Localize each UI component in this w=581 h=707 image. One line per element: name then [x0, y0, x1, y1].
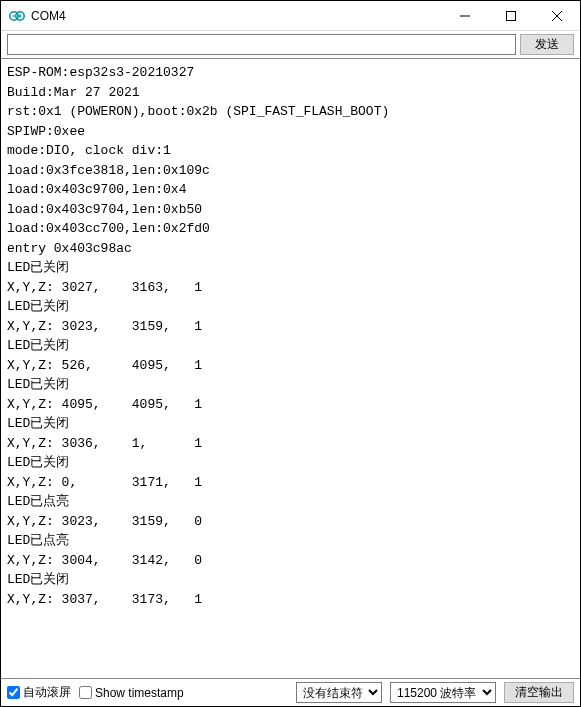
window-controls	[442, 1, 580, 30]
arduino-icon	[9, 8, 25, 24]
send-toolbar: 发送	[1, 31, 580, 59]
maximize-button[interactable]	[488, 1, 534, 30]
baud-rate-select[interactable]: 115200 波特率	[390, 682, 496, 703]
line-ending-select[interactable]: 没有结束符	[296, 682, 382, 703]
clear-output-button[interactable]: 清空输出	[504, 682, 574, 703]
minimize-button[interactable]	[442, 1, 488, 30]
timestamp-checkbox[interactable]: Show timestamp	[79, 686, 184, 700]
titlebar: COM4	[1, 1, 580, 31]
timestamp-label: Show timestamp	[95, 686, 184, 700]
autoscroll-check-input[interactable]	[7, 686, 20, 699]
timestamp-check-input[interactable]	[79, 686, 92, 699]
svg-rect-6	[507, 11, 516, 20]
serial-output[interactable]: ESP-ROM:esp32s3-20210327 Build:Mar 27 20…	[1, 59, 580, 678]
app-window: COM4 发送 ESP-ROM:esp32s3-20210327 Build:M…	[0, 0, 581, 707]
close-button[interactable]	[534, 1, 580, 30]
send-button[interactable]: 发送	[520, 34, 574, 55]
autoscroll-label: 自动滚屏	[23, 684, 71, 701]
autoscroll-checkbox[interactable]: 自动滚屏	[7, 684, 71, 701]
send-input[interactable]	[7, 34, 516, 55]
footer-bar: 自动滚屏 Show timestamp 没有结束符 115200 波特率 清空输…	[1, 678, 580, 706]
window-title: COM4	[31, 9, 442, 23]
